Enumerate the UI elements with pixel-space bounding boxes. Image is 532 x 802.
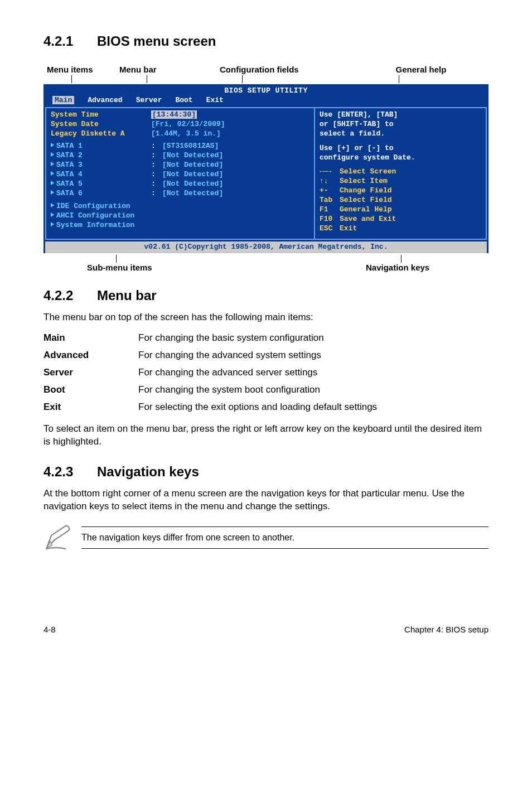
label-menu-items: Menu items <box>47 65 119 74</box>
row-legacy-diskette[interactable]: Legacy Diskette A [1.44M, 3.5 in.] <box>51 129 309 139</box>
value-sata-2: [Not Detected] <box>162 151 309 161</box>
section-4-2-1-heading: 4.2.1BIOS menu screen <box>43 33 489 49</box>
value-system-time[interactable]: [13:44:30] <box>151 110 197 119</box>
key-tab: Tab <box>320 196 340 205</box>
section-4-2-2-title: Menu bar <box>97 288 157 303</box>
label-navigation-keys: Navigation keys <box>366 263 429 272</box>
key-f10: F10 <box>320 215 340 224</box>
bios-tab-boot[interactable]: Boot <box>168 96 199 105</box>
bios-tab-server[interactable]: Server <box>129 96 169 105</box>
submenu-arrow-icon <box>51 181 54 185</box>
footer-chapter-title: Chapter 4: BIOS setup <box>404 625 489 634</box>
submenu-arrow-icon <box>51 212 54 217</box>
key-left-right-arrow: ←─→ <box>320 167 340 177</box>
key-f1: F1 <box>320 205 340 215</box>
page-footer: 4-8 Chapter 4: BIOS setup <box>43 620 489 634</box>
value-sata-4: [Not Detected] <box>162 170 309 180</box>
section-4-2-1-number: 4.2.1 <box>43 33 97 49</box>
bios-screenshot: BIOS SETUP UTILITY Main Advanced Server … <box>43 84 489 253</box>
row-system-date[interactable]: System Date [Fri, 02/13/2009] <box>51 120 309 129</box>
def-row-exit: ExitFor selecting the exit options and l… <box>43 399 377 416</box>
bios-status-bar: v02.61 (C)Copyright 1985-2008, American … <box>45 241 487 253</box>
submenu-arrow-icon <box>51 162 54 166</box>
menu-bar-definitions-table: MainFor changing the basic system config… <box>43 330 377 416</box>
section-4-2-3-title: Navigation keys <box>97 464 199 479</box>
label-configuration-fields: Configuration fields <box>220 65 354 74</box>
def-row-server: ServerFor changing the advanced server s… <box>43 364 377 381</box>
bios-tab-main[interactable]: Main <box>49 96 81 105</box>
key-plus-minus: +- <box>320 186 340 196</box>
section-4-2-3-heading: 4.2.3Navigation keys <box>43 464 489 480</box>
bios-left-panel: System Time [13:44:30] System Date [Fri,… <box>45 107 314 240</box>
row-sata-1[interactable]: SATA 1 : [ST3160812AS] <box>51 142 309 151</box>
section-4-2-2-outro: To select an item on the menu bar, press… <box>43 423 489 448</box>
value-legacy-diskette[interactable]: [1.44M, 3.5 in.] <box>151 129 309 139</box>
section-4-2-3-number: 4.2.3 <box>43 464 97 480</box>
label-legacy-diskette: Legacy Diskette A <box>51 129 151 139</box>
submenu-arrow-icon <box>51 203 54 207</box>
note-box: The navigation keys differ from one scre… <box>43 522 489 553</box>
section-4-2-2-intro: The menu bar on top of the screen has th… <box>43 311 489 324</box>
bios-tab-exit[interactable]: Exit <box>200 96 230 105</box>
label-sub-menu-items: Sub-menu items <box>87 263 366 272</box>
section-4-2-1-title: BIOS menu screen <box>97 33 216 49</box>
bios-diagram-bottom-labels: Sub-menu items Navigation keys <box>43 263 489 272</box>
label-general-help: General help <box>354 65 489 74</box>
section-4-2-2-heading: 4.2.2Menu bar <box>43 288 489 303</box>
bios-diagram-top-ticks <box>43 75 489 83</box>
def-row-main: MainFor changing the basic system config… <box>43 330 377 347</box>
bios-right-panel: Use [ENTER], [TAB] or [SHIFT-TAB] to sel… <box>314 107 487 240</box>
row-sata-4[interactable]: SATA 4 : [Not Detected] <box>51 170 309 180</box>
submenu-arrow-icon <box>51 152 54 157</box>
bios-tab-advanced[interactable]: Advanced <box>81 96 129 105</box>
def-row-boot: BootFor changing the system boot configu… <box>43 381 377 399</box>
label-system-time: System Time <box>51 110 151 120</box>
value-sata-5: [Not Detected] <box>162 180 309 189</box>
row-sata-5[interactable]: SATA 5 : [Not Detected] <box>51 180 309 189</box>
def-row-advanced: AdvancedFor changing the advanced system… <box>43 347 377 364</box>
row-system-information[interactable]: System Information <box>51 221 309 230</box>
bios-menubar: Main Advanced Server Boot Exit <box>43 96 489 107</box>
row-sata-6[interactable]: SATA 6 : [Not Detected] <box>51 189 309 199</box>
key-esc: ESC <box>320 224 340 234</box>
bios-diagram-bottom-ticks <box>43 255 489 263</box>
row-ahci-configuration[interactable]: AHCI Configuration <box>51 211 309 221</box>
section-4-2-2-number: 4.2.2 <box>43 288 97 303</box>
bios-help-text: Use [ENTER], [TAB] or [SHIFT-TAB] to sel… <box>320 110 481 163</box>
row-ide-configuration[interactable]: IDE Configuration <box>51 202 309 211</box>
row-sata-2[interactable]: SATA 2 : [Not Detected] <box>51 151 309 161</box>
key-up-down-arrow: ↑↓ <box>320 177 340 186</box>
submenu-arrow-icon <box>51 171 54 176</box>
value-sata-1: [ST3160812AS] <box>162 142 309 151</box>
section-4-2-3-body: At the bottom right corner of a menu scr… <box>43 487 489 513</box>
label-menu-bar: Menu bar <box>119 65 220 74</box>
bios-title: BIOS SETUP UTILITY <box>43 84 489 96</box>
submenu-arrow-icon <box>51 190 54 195</box>
value-sata-6: [Not Detected] <box>162 189 309 199</box>
pencil-note-icon <box>43 522 72 553</box>
submenu-arrow-icon <box>51 222 54 226</box>
note-text: The navigation keys differ from one scre… <box>81 526 489 549</box>
row-system-time[interactable]: System Time [13:44:30] <box>51 110 309 120</box>
bios-diagram-top-labels: Menu items Menu bar Configuration fields… <box>43 65 489 74</box>
bios-navigation-keys-block: ←─→Select Screen ↑↓Select Item +-Change … <box>320 167 481 233</box>
submenu-arrow-icon <box>51 143 54 147</box>
value-sata-3: [Not Detected] <box>162 161 309 170</box>
footer-page-number: 4-8 <box>43 625 56 634</box>
value-system-date[interactable]: [Fri, 02/13/2009] <box>151 120 309 129</box>
label-system-date: System Date <box>51 120 151 129</box>
row-sata-3[interactable]: SATA 3 : [Not Detected] <box>51 161 309 170</box>
